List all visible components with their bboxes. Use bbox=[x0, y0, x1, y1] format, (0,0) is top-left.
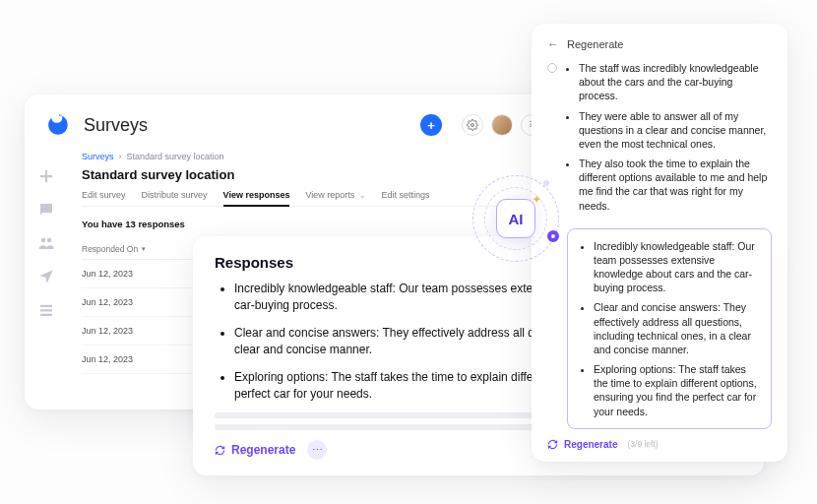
breadcrumb: Surveys › Standard survey location bbox=[82, 152, 546, 161]
nav-send-icon[interactable] bbox=[37, 268, 55, 285]
regenerate-header: ← Regenerate bbox=[547, 37, 772, 51]
breadcrumb-current: Standard survey location bbox=[127, 152, 224, 161]
nav-plus-icon[interactable] bbox=[37, 167, 55, 185]
option-b-bullet: Incredibly knowledgeable staff: Our team… bbox=[594, 239, 759, 295]
app-header: Surveys + ⠿ bbox=[25, 94, 564, 144]
chevron-down-icon: ⌄ bbox=[356, 191, 365, 200]
svg-point-2 bbox=[47, 238, 52, 243]
brand-logo-icon bbox=[46, 112, 72, 138]
regenerate-panel: ← Regenerate The staff was incredibly kn… bbox=[532, 24, 787, 462]
option-a[interactable]: The staff was incredibly knowledgeable a… bbox=[547, 61, 772, 219]
sidebar-nav bbox=[25, 154, 68, 319]
nav-people-icon[interactable] bbox=[37, 234, 55, 252]
svg-point-0 bbox=[471, 124, 474, 127]
settings-button[interactable] bbox=[462, 114, 483, 136]
tab-bar: Edit survey Distribute survey View respo… bbox=[82, 190, 546, 207]
add-button[interactable]: + bbox=[420, 114, 442, 136]
svg-rect-5 bbox=[40, 314, 52, 316]
option-a-bullet: They were able to answer all of my quest… bbox=[579, 109, 772, 152]
regenerate-button[interactable]: Regenerate bbox=[215, 443, 295, 457]
option-a-bullet: They also took the time to explain the d… bbox=[579, 157, 772, 213]
radio-selected-icon[interactable] bbox=[547, 230, 559, 242]
app-title: Surveys bbox=[84, 115, 148, 136]
back-arrow-icon[interactable]: ← bbox=[547, 37, 559, 51]
option-b-bullet: Clear and concise answers: They effectiv… bbox=[594, 300, 759, 356]
svg-rect-4 bbox=[40, 309, 52, 311]
option-b-bullet: Exploring options: The staff takes the t… bbox=[594, 362, 759, 418]
nav-chat-icon[interactable] bbox=[37, 201, 55, 219]
option-a-bullet: The staff was incredibly knowledgeable a… bbox=[579, 61, 772, 103]
breadcrumb-root[interactable]: Surveys bbox=[82, 152, 114, 161]
radio-unselected-icon[interactable] bbox=[547, 63, 557, 73]
regenerate-icon bbox=[547, 439, 558, 450]
regenerate-button[interactable]: Regenerate bbox=[547, 439, 617, 450]
nav-menu-icon[interactable] bbox=[37, 301, 55, 319]
user-avatar[interactable] bbox=[491, 114, 513, 136]
svg-rect-3 bbox=[40, 305, 52, 307]
sort-caret-icon: ▾ bbox=[142, 245, 146, 253]
regenerate-count-left: (3/9 left) bbox=[627, 439, 658, 449]
option-b[interactable]: Incredibly knowledgeable staff: Our team… bbox=[547, 228, 772, 429]
tab-view-reports[interactable]: View reports ⌄ bbox=[305, 190, 365, 200]
regenerate-title: Regenerate bbox=[567, 38, 624, 50]
svg-point-1 bbox=[41, 238, 46, 243]
tab-view-responses[interactable]: View responses bbox=[223, 190, 290, 207]
more-options-button[interactable]: ⋯ bbox=[307, 440, 327, 460]
page-title: Standard survey location bbox=[82, 167, 546, 182]
tab-distribute[interactable]: Distribute survey bbox=[142, 190, 208, 200]
responses-summary: You have 13 responses bbox=[82, 219, 546, 229]
tab-edit-survey[interactable]: Edit survey bbox=[82, 190, 126, 200]
regenerate-icon bbox=[215, 445, 225, 456]
tab-edit-settings[interactable]: Edit settings bbox=[382, 190, 430, 200]
